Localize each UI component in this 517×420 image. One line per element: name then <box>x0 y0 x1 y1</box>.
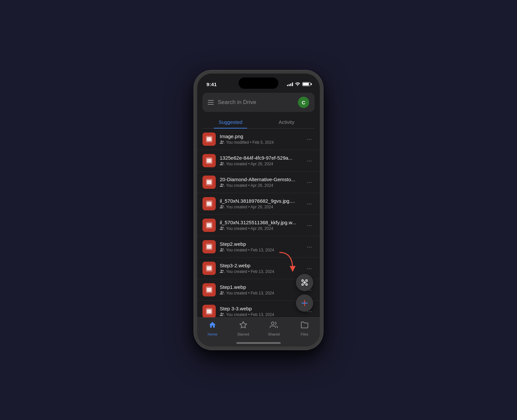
tabs-container: Suggested Activity <box>202 116 315 129</box>
file-meta: You created • Apr 26, 2024 <box>220 226 304 231</box>
more-options-button[interactable]: ··· <box>304 242 315 252</box>
file-details: il_570xN.3125511368_kkfy.jpg.w... You cr… <box>220 220 304 231</box>
file-details: Step1.webp You created • Feb 13, 2024 <box>220 284 304 295</box>
nav-item-shared[interactable]: Shared <box>258 321 289 336</box>
file-name: 1325e62e-844f-4fc9-97ef-529a... <box>220 155 304 161</box>
nav-item-files[interactable]: Files <box>289 321 320 336</box>
file-name: Step2.webp <box>220 241 304 247</box>
home-indicator <box>236 342 281 344</box>
file-thumbnail-icon <box>202 283 216 296</box>
scan-button[interactable] <box>296 274 313 291</box>
file-thumbnail-icon <box>202 305 216 318</box>
signal-bar-1 <box>287 85 288 86</box>
wifi-icon <box>295 81 300 87</box>
status-time: 9:41 <box>206 81 217 87</box>
shared-people-icon <box>220 140 224 145</box>
phone-frame: 9:41 <box>194 70 323 350</box>
avatar[interactable]: C <box>298 97 309 108</box>
file-details: Image.png You modified • Feb 5, 2024 <box>220 133 304 145</box>
svg-point-10 <box>271 322 274 325</box>
file-thumbnail-icon <box>202 240 216 253</box>
add-button[interactable] <box>296 294 313 312</box>
file-name: Step 3-3.webp <box>220 306 304 311</box>
nav-label-home: Home <box>208 332 217 336</box>
more-options-button[interactable]: ··· <box>304 221 315 230</box>
svg-rect-1 <box>302 280 304 282</box>
file-meta: You modified • Feb 5, 2024 <box>220 140 304 145</box>
file-name: Step1.webp <box>220 284 304 290</box>
file-thumbnail-icon <box>202 154 216 167</box>
fab-container <box>296 274 313 312</box>
more-options-button[interactable]: ··· <box>304 134 315 144</box>
nav-label-shared: Shared <box>268 332 280 336</box>
file-meta: You created • Feb 13, 2024 <box>220 269 304 274</box>
file-thumbnail-icon <box>202 262 216 275</box>
star-icon <box>239 321 247 331</box>
shared-people-icon <box>220 183 224 188</box>
svg-rect-3 <box>302 284 304 286</box>
file-details: Step 3-3.webp You created • Feb 13, 2024 <box>220 306 304 317</box>
file-meta: You created • Feb 13, 2024 <box>220 248 304 252</box>
file-details: Step2.webp You created • Feb 13, 2024 <box>220 241 304 252</box>
shared-people-icon <box>220 291 224 295</box>
list-item[interactable]: Image.png You modified • Feb 5, 2024 ··· <box>197 129 320 150</box>
phone-screen: 9:41 <box>197 74 320 346</box>
nav-item-home[interactable]: Home <box>197 321 228 336</box>
shared-people-icon <box>220 162 224 166</box>
dynamic-island <box>239 78 278 89</box>
file-details: il_570xN.3818976682_9gvs.jpg.... You cre… <box>220 198 304 209</box>
list-item[interactable]: il_570xN.3818976682_9gvs.jpg.... You cre… <box>197 193 320 215</box>
signal-bar-2 <box>289 84 290 86</box>
search-bar[interactable]: Search in Drive C <box>202 93 315 112</box>
file-meta: You created • Apr 26, 2024 <box>220 183 304 188</box>
battery-icon <box>302 82 311 86</box>
file-details: 20-Diamond-Alternative-Gemsto... You cre… <box>220 177 304 188</box>
status-icons <box>287 81 311 87</box>
file-name: il_570xN.3818976682_9gvs.jpg.... <box>220 198 304 204</box>
battery-fill <box>303 83 309 85</box>
list-item[interactable]: il_570xN.3125511368_kkfy.jpg.w... You cr… <box>197 215 320 236</box>
list-item[interactable]: 20-Diamond-Alternative-Gemsto... You cre… <box>197 172 320 193</box>
file-name: Step3-2.webp <box>220 263 304 268</box>
search-placeholder: Search in Drive <box>218 99 294 106</box>
list-item[interactable]: 1325e62e-844f-4fc9-97ef-529a... You crea… <box>197 150 320 172</box>
file-meta: You created • Feb 13, 2024 <box>220 312 304 317</box>
signal-bars-icon <box>287 82 293 86</box>
file-name: 20-Diamond-Alternative-Gemsto... <box>220 177 304 182</box>
shared-people-icon <box>220 205 224 209</box>
file-name: il_570xN.3125511368_kkfy.jpg.w... <box>220 220 304 225</box>
svg-marker-9 <box>240 322 247 328</box>
more-options-button[interactable]: ··· <box>304 264 315 273</box>
more-options-button[interactable]: ··· <box>304 199 315 209</box>
file-meta: You created • Feb 13, 2024 <box>220 291 304 295</box>
file-details: Step3-2.webp You created • Feb 13, 2024 <box>220 263 304 274</box>
signal-bar-3 <box>290 83 291 86</box>
files-icon <box>301 321 309 331</box>
more-options-button[interactable]: ··· <box>304 156 315 166</box>
svg-rect-4 <box>306 284 308 286</box>
svg-rect-2 <box>306 280 308 282</box>
file-meta: You created • Apr 26, 2024 <box>220 205 304 209</box>
home-icon <box>208 321 216 331</box>
shared-people-icon <box>220 312 224 317</box>
shared-people-icon <box>220 269 224 274</box>
hamburger-menu-icon[interactable] <box>208 100 214 105</box>
shared-people-icon <box>220 226 224 231</box>
file-thumbnail-icon <box>202 132 216 146</box>
list-item[interactable]: Step2.webp You created • Feb 13, 2024 ··… <box>197 236 320 258</box>
phone-wrapper: 9:41 <box>194 70 323 350</box>
tab-suggested[interactable]: Suggested <box>202 116 258 128</box>
file-thumbnail-icon <box>202 197 216 210</box>
file-details: 1325e62e-844f-4fc9-97ef-529a... You crea… <box>220 155 304 166</box>
signal-bar-4 <box>292 82 293 86</box>
file-name: Image.png <box>220 133 304 139</box>
nav-item-starred[interactable]: Starred <box>228 321 259 336</box>
tab-activity[interactable]: Activity <box>258 116 315 128</box>
file-thumbnail-icon <box>202 219 216 232</box>
nav-label-starred: Starred <box>237 332 249 336</box>
status-bar: 9:41 <box>197 74 320 90</box>
shared-icon <box>270 321 278 331</box>
more-options-button[interactable]: ··· <box>304 178 315 187</box>
file-thumbnail-icon <box>202 176 216 189</box>
nav-label-files: Files <box>301 332 308 336</box>
